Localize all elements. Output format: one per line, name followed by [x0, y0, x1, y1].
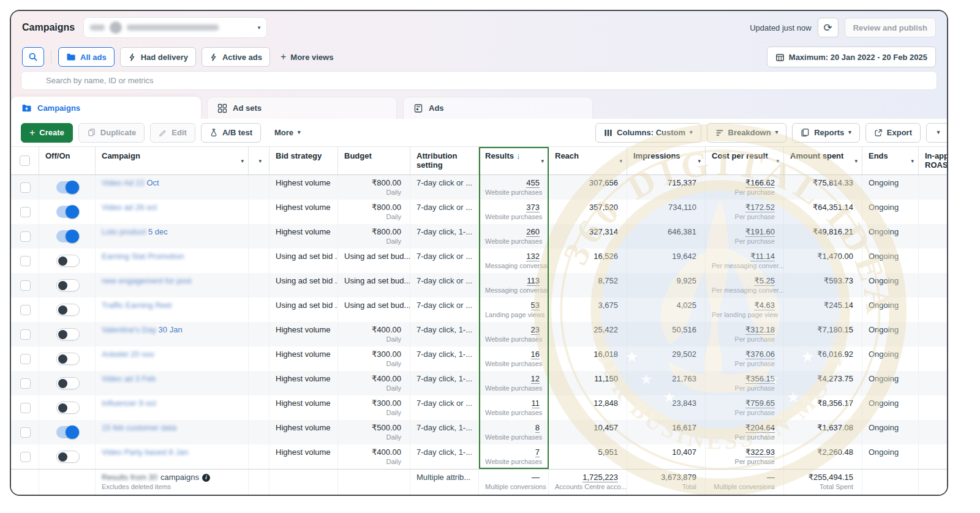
header-ends[interactable]: Ends▾ — [862, 147, 919, 174]
campaign-name-link[interactable]: 15 feb customer data — [102, 423, 176, 432]
tab-campaigns[interactable]: Campaigns — [11, 97, 201, 119]
off-on-toggle[interactable] — [56, 206, 80, 218]
duplicate-button[interactable]: Duplicate — [78, 123, 145, 143]
results-value[interactable]: 373 — [526, 203, 540, 212]
cpr-value[interactable]: ₹356.15 — [745, 374, 775, 384]
results-value[interactable]: 132 — [526, 252, 540, 261]
edit-button[interactable]: Edit — [150, 123, 195, 143]
campaign-name-link[interactable]: Valentine's Day 30 Jan — [102, 325, 183, 334]
cpr-value[interactable]: ₹376.06 — [745, 350, 775, 359]
results-value[interactable]: 12 — [531, 374, 540, 384]
row-checkbox[interactable] — [20, 256, 31, 266]
row-checkbox[interactable] — [20, 182, 31, 193]
refresh-button[interactable]: ⟳ — [818, 18, 839, 37]
campaign-name-link[interactable]: Traffic Earning Reel — [102, 301, 172, 310]
search-input[interactable] — [21, 71, 937, 90]
view-all-ads[interactable]: All ads — [58, 47, 115, 67]
review-publish-button[interactable]: Review and publish — [845, 18, 936, 37]
off-on-toggle[interactable] — [56, 279, 80, 291]
create-button[interactable]: + Create — [21, 123, 73, 143]
cpr-value[interactable]: ₹4.63 — [754, 301, 775, 310]
header-impressions[interactable]: Impressions▾ — [627, 147, 706, 174]
cpr-value[interactable]: ₹166.62 — [745, 178, 775, 188]
toggle-knob — [58, 354, 67, 364]
results-value[interactable]: 455 — [526, 178, 540, 188]
cpr-value[interactable]: ₹172.52 — [745, 203, 775, 212]
row-checkbox[interactable] — [20, 231, 31, 242]
tab-ads[interactable]: Ads — [403, 97, 593, 119]
off-on-toggle[interactable] — [56, 451, 80, 463]
more-button[interactable]: More ▾ — [266, 123, 309, 143]
cpr-value[interactable]: ₹204.64 — [745, 423, 775, 433]
header-in-app-roas[interactable]: In-appROAS — [919, 147, 948, 174]
row-checkbox[interactable] — [20, 305, 31, 315]
off-on-toggle[interactable] — [56, 426, 80, 438]
header-campaign[interactable]: Campaign▾ — [96, 147, 249, 174]
select-all-checkbox[interactable] — [20, 155, 30, 166]
reports-button[interactable]: Reports ▾ — [792, 123, 860, 143]
campaign-name-link[interactable]: Influencer 9 oct — [102, 399, 156, 408]
header-expand[interactable]: ▾ — [249, 147, 270, 174]
results-value[interactable]: 16 — [531, 350, 540, 359]
columns-button[interactable]: Columns: Custom ▾ — [595, 123, 701, 143]
off-on-toggle[interactable] — [56, 402, 80, 414]
tab-ad-sets[interactable]: Ad sets — [207, 97, 397, 119]
row-checkbox[interactable] — [20, 329, 31, 340]
export-button[interactable]: Export — [865, 123, 921, 143]
campaign-name-link[interactable]: Earning Stat Promotion — [102, 252, 184, 261]
results-value[interactable]: 260 — [526, 227, 540, 237]
campaign-name-link[interactable]: Video ad 3 Feb — [102, 374, 156, 383]
header-reach[interactable]: Reach▾ — [549, 147, 627, 174]
row-checkbox[interactable] — [20, 427, 31, 438]
row-checkbox[interactable] — [20, 280, 31, 291]
cpr-value[interactable]: ₹322.93 — [745, 447, 775, 457]
cpr-value[interactable]: ₹5.25 — [754, 276, 775, 286]
off-on-toggle[interactable] — [56, 255, 80, 267]
off-on-toggle[interactable] — [56, 304, 80, 316]
header-results[interactable]: Results↓▾ — [479, 147, 549, 174]
cpr-value[interactable]: ₹11.14 — [750, 252, 775, 261]
cpr-value[interactable]: ₹759.65 — [745, 399, 775, 408]
breakdown-button[interactable]: Breakdown ▾ — [707, 123, 787, 143]
campaign-name-link[interactable]: Ankelet 20 nov — [102, 350, 154, 359]
campaign-name-link[interactable]: Video Party based 8 Jan — [102, 447, 188, 457]
results-value[interactable]: 8 — [535, 423, 540, 433]
row-checkbox[interactable] — [20, 207, 31, 217]
info-icon[interactable]: i — [202, 474, 210, 482]
header-amount-spent[interactable]: Amount spent▾ — [784, 147, 862, 174]
row-checkbox[interactable] — [20, 378, 31, 389]
results-value[interactable]: 23 — [531, 325, 540, 335]
results-value[interactable]: 7 — [535, 447, 540, 457]
more-export-options-button[interactable]: ▾ — [926, 123, 948, 143]
budget-cell: ₹800.00Daily — [338, 200, 410, 224]
more-views-button[interactable]: + More views — [276, 52, 338, 62]
cpr-value[interactable]: ₹191.60 — [745, 227, 775, 237]
view-active-ads[interactable]: Active ads — [202, 47, 270, 67]
results-value[interactable]: 53 — [531, 301, 540, 310]
cost-per-result-cell: ₹5.25Per messaging conver... — [706, 273, 784, 298]
row-checkbox[interactable] — [20, 452, 31, 462]
row-checkbox[interactable] — [20, 403, 31, 413]
off-on-toggle[interactable] — [56, 353, 80, 365]
account-selector[interactable]: ▾ — [83, 17, 267, 38]
date-range-button[interactable]: Maximum: 20 Jan 2022 - 20 Feb 2025 — [767, 47, 936, 67]
campaign-name-link[interactable]: new engagement for post — [102, 276, 192, 285]
cpr-value[interactable]: ₹312.18 — [745, 325, 775, 335]
budget-cell: Using ad set bud... — [338, 273, 410, 298]
campaign-name-link[interactable]: Video ad 26 oct — [102, 203, 157, 212]
off-on-toggle[interactable] — [56, 181, 80, 193]
search-toggle-button[interactable] — [22, 47, 44, 67]
off-on-toggle[interactable] — [56, 230, 80, 242]
ab-test-button[interactable]: A/B test — [201, 123, 261, 143]
results-value[interactable]: 113 — [527, 276, 540, 286]
campaign-name-link[interactable]: Loto product 5 dec — [102, 227, 168, 236]
campaign-name-link[interactable]: Video Ad 22 Oct — [102, 178, 159, 187]
header-cost-per-result[interactable]: Cost per result▾ — [706, 147, 784, 174]
off-on-toggle[interactable] — [56, 328, 80, 340]
results-value[interactable]: 11 — [532, 399, 540, 408]
header-budget[interactable]: Budget — [338, 147, 410, 174]
off-on-toggle[interactable] — [56, 377, 80, 389]
view-had-delivery[interactable]: Had delivery — [120, 47, 196, 67]
header-bid-strategy[interactable]: Bid strategy — [270, 147, 338, 174]
row-checkbox[interactable] — [20, 354, 31, 364]
